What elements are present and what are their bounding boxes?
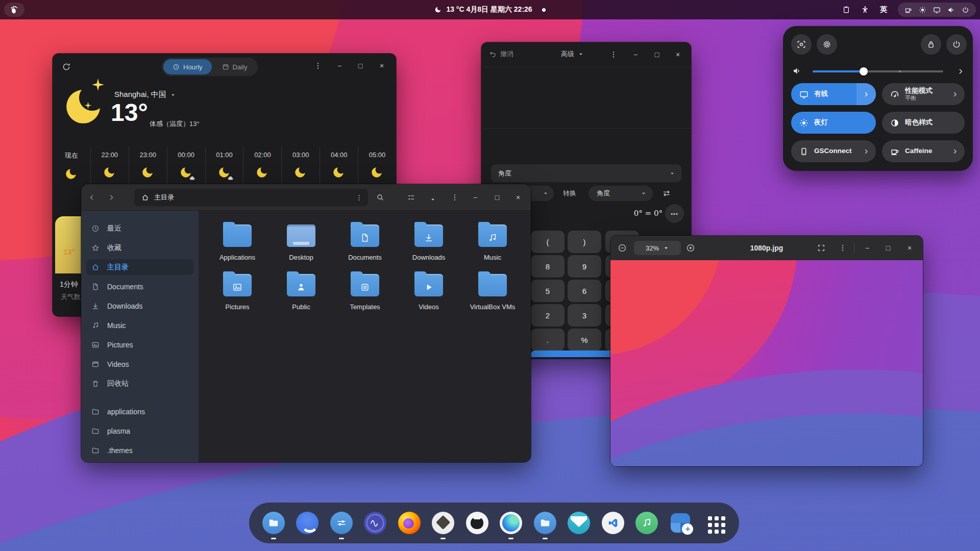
calc-key[interactable]: ) (568, 231, 601, 253)
sidebar-item[interactable]: Videos (86, 356, 193, 372)
qs-expand-chevron-icon[interactable] (945, 83, 965, 105)
maximize-button[interactable]: □ (491, 191, 504, 204)
settings-button[interactable] (817, 34, 837, 55)
minimize-button[interactable]: − (333, 59, 346, 72)
qs-toggle[interactable]: 有线 (791, 83, 876, 105)
file-grid-item[interactable]: Templates (337, 272, 393, 311)
tab-hourly[interactable]: Hourly (163, 59, 212, 74)
close-button[interactable]: × (511, 191, 525, 204)
calc-key[interactable]: 9 (568, 255, 601, 278)
file-grid-item[interactable]: Downloads (401, 223, 457, 261)
clock-menu[interactable]: 13 °C 4月8日 星期六 22:26 (0, 0, 980, 19)
view-dropdown-icon[interactable] (426, 193, 439, 206)
calc-key[interactable]: 6 (568, 280, 601, 302)
sidebar-item[interactable]: 回收站 (86, 375, 193, 391)
close-button[interactable]: × (903, 241, 916, 255)
qs-toggle[interactable]: Caffeine (882, 140, 965, 162)
view-toggle-icon[interactable] (405, 191, 418, 204)
volume-expand-chevron-icon[interactable] (957, 67, 965, 76)
minimize-button[interactable]: − (861, 241, 874, 255)
dock-app-icon[interactable] (330, 512, 353, 534)
zoom-level-dropdown[interactable]: 32% (634, 241, 681, 255)
sidebar-item[interactable]: Downloads (86, 298, 193, 314)
menu-kebab-icon[interactable] (448, 191, 461, 204)
more-digits-button[interactable]: ••• (665, 204, 684, 223)
sidebar-item[interactable]: .themes (86, 442, 193, 458)
accessibility-icon[interactable] (861, 6, 869, 14)
minimize-button[interactable]: − (629, 48, 642, 61)
dock-app-icon[interactable] (296, 512, 318, 534)
calc-key[interactable]: ( (531, 231, 565, 253)
sidebar-item[interactable]: 最近 (86, 220, 193, 236)
fullscreen-icon[interactable] (815, 241, 828, 255)
dock-app-icon[interactable] (364, 512, 386, 534)
file-grid-item[interactable]: Public (273, 272, 329, 311)
qs-toggle[interactable]: GSConnect (791, 140, 876, 162)
dock-app-icon[interactable] (602, 512, 624, 534)
qs-expand-chevron-icon[interactable] (945, 140, 965, 162)
dock-app-icon[interactable] (398, 512, 421, 534)
sidebar-item[interactable]: Music (86, 317, 193, 333)
qs-toggle[interactable]: 暗色样式 (882, 112, 965, 134)
calc-key[interactable]: 2 (531, 304, 565, 327)
path-menu-kebab-icon[interactable] (355, 194, 363, 202)
file-grid-item[interactable]: Documents (337, 223, 393, 261)
maximize-button[interactable]: □ (881, 241, 895, 255)
input-method-indicator[interactable]: 英 (880, 5, 887, 14)
file-grid-item[interactable]: Pictures (209, 272, 265, 311)
file-grid-item[interactable]: Applications (209, 223, 265, 261)
qs-toggle[interactable]: 夜灯 (791, 112, 876, 134)
volume-slider-knob[interactable] (860, 67, 868, 76)
sidebar-item[interactable]: Pictures (86, 337, 193, 353)
system-status-menu[interactable] (898, 3, 976, 17)
lock-button[interactable] (921, 34, 941, 55)
maximize-button[interactable]: □ (354, 59, 367, 72)
sidebar-item[interactable]: 收藏 (86, 240, 193, 256)
close-button[interactable]: × (671, 48, 684, 61)
dock-app-icon[interactable] (703, 512, 726, 534)
forward-icon[interactable] (105, 191, 118, 204)
file-grid-item[interactable]: Desktop (273, 223, 329, 261)
volume-slider[interactable] (813, 70, 943, 72)
undo-button[interactable]: 撤消 (489, 49, 513, 59)
mode-dropdown[interactable]: 高级 (561, 49, 584, 59)
calc-key[interactable]: . (531, 329, 565, 351)
power-button[interactable] (946, 34, 967, 55)
file-grid-item[interactable]: Videos (401, 272, 457, 311)
dock-app-icon[interactable] (466, 512, 488, 534)
dock-app-icon[interactable] (262, 512, 285, 534)
zoom-out-icon[interactable] (616, 241, 629, 255)
calc-key[interactable]: 5 (531, 280, 565, 302)
dock-app-icon[interactable] (534, 512, 556, 534)
calc-key[interactable]: 8 (531, 255, 565, 278)
dock-app-icon[interactable] (500, 512, 522, 534)
dock-app-icon[interactable] (568, 512, 590, 534)
convert-to-select[interactable]: 角度 (589, 186, 653, 201)
sidebar-item[interactable]: applications (86, 404, 193, 419)
dock-app-icon[interactable] (432, 512, 454, 534)
menu-kebab-icon[interactable] (607, 48, 620, 61)
search-icon[interactable] (374, 191, 387, 204)
sidebar-item[interactable]: plasma (86, 423, 193, 439)
menu-kebab-icon[interactable] (836, 241, 849, 255)
qs-expand-chevron-icon[interactable] (856, 140, 876, 162)
file-grid-item[interactable]: VirtualBox VMs (464, 272, 521, 311)
sidebar-item[interactable]: 主目录 (86, 259, 193, 275)
calc-key[interactable]: % (568, 329, 601, 351)
qs-expand-chevron-icon[interactable] (856, 83, 876, 105)
swap-units-icon[interactable] (662, 189, 671, 198)
maximize-button[interactable]: □ (650, 48, 664, 61)
clipboard-icon[interactable] (842, 6, 850, 14)
sidebar-item[interactable]: Documents (86, 279, 193, 294)
path-bar[interactable]: 主目录 (134, 189, 368, 206)
close-button[interactable]: × (375, 59, 388, 72)
angle-unit-select[interactable]: 角度 (491, 164, 681, 182)
tab-daily[interactable]: Daily (213, 59, 257, 74)
refresh-button[interactable] (60, 60, 73, 73)
screenshot-button[interactable] (791, 34, 812, 55)
dock-app-icon[interactable] (635, 512, 658, 534)
zoom-in-icon[interactable] (684, 241, 697, 255)
file-grid-item[interactable]: Music (464, 223, 521, 261)
back-icon[interactable] (85, 191, 99, 204)
menu-kebab-icon[interactable] (311, 59, 325, 72)
